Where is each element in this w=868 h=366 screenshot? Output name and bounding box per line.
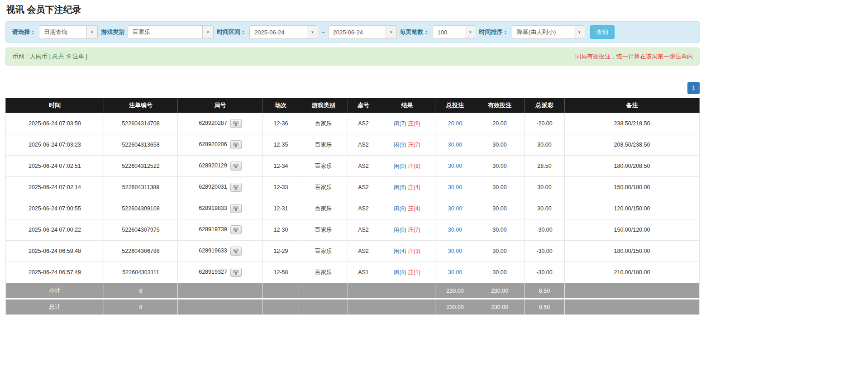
total-bet-link[interactable]: 30.00	[448, 205, 462, 212]
view-round-cards-button[interactable]	[230, 140, 242, 149]
total-bet-link[interactable]: 30.00	[448, 269, 462, 276]
sort-order-value: 降冪(由大到小)	[512, 28, 574, 36]
banker-result: 庄(4)	[408, 205, 420, 212]
chevron-down-icon[interactable]: ▼	[574, 26, 585, 38]
time-cell: 2025-06-24 07:00:22	[6, 219, 104, 241]
date-to-picker[interactable]: 2025-06-24 ▼	[328, 25, 397, 39]
bet-id-cell: 522604314708	[104, 113, 178, 134]
game-type-cell: 百家乐	[299, 219, 348, 241]
subtotal-valid-bet: 230.00	[475, 283, 525, 299]
table-no-cell: AS2	[348, 177, 379, 198]
session-cell: 12-58	[263, 262, 299, 283]
round-id-cell: 628919633	[178, 241, 263, 262]
total-bet-link[interactable]: 30.00	[448, 227, 462, 233]
chevron-down-icon[interactable]: ▼	[202, 26, 213, 38]
empty-cell	[178, 283, 263, 299]
total-bet-link[interactable]: 30.00	[448, 163, 462, 169]
game-type-cell: 百家乐	[299, 113, 348, 134]
page-container: 视讯 会员下注纪录 请选择： 日期查询 ▼ 游戏类别 百家乐 ▼ 时间区间： 2…	[0, 0, 700, 324]
col-header-table-no: 桌号	[348, 98, 379, 113]
cards-icon	[233, 142, 239, 147]
player-result: 闲(6)	[394, 184, 406, 190]
view-round-cards-button[interactable]	[230, 225, 242, 234]
table-header-row: 时间 注单编号 局号 场次 游戏类别 桌号 结果 总投注 有效投注 总派彩 备注	[6, 98, 700, 113]
player-result: 闲(7)	[394, 120, 406, 127]
total-bet-link[interactable]: 30.00	[448, 142, 462, 148]
cards-icon	[233, 248, 239, 254]
table-row: 2025-06-24 07:00:55522604309108628919833…	[6, 198, 700, 219]
result-cell: 闲(0) 庄(8)	[379, 156, 435, 177]
view-round-cards-button[interactable]	[230, 247, 242, 256]
total-bet-link[interactable]: 30.00	[448, 248, 462, 254]
time-cell: 2025-06-24 06:59:48	[6, 241, 104, 262]
result-cell: 闲(7) 庄(6)	[379, 113, 435, 134]
subtotal-count: 8	[104, 283, 178, 299]
chevron-down-icon[interactable]: ▼	[307, 26, 318, 38]
table-row: 2025-06-24 06:57:49522604303111628919327…	[6, 262, 700, 283]
total-bet-cell: 30.00	[435, 156, 475, 177]
game-type-dropdown[interactable]: 百家乐 ▼	[128, 25, 214, 39]
empty-cell	[348, 299, 379, 315]
banker-result: 庄(7)	[408, 227, 420, 233]
empty-cell	[263, 299, 299, 315]
valid-bet-cell: 20.00	[475, 113, 525, 134]
chevron-down-icon[interactable]: ▼	[465, 26, 476, 38]
player-result: 闲(8)	[394, 269, 406, 276]
session-cell: 12-29	[263, 241, 299, 262]
banker-result: 庄(4)	[408, 184, 420, 190]
view-round-cards-button[interactable]	[230, 162, 242, 171]
round-id-text: 628919739	[199, 226, 227, 233]
total-bet-cell: 20.00	[435, 113, 475, 134]
date-from-value: 2025-06-24	[250, 29, 307, 36]
game-type-value: 百家乐	[128, 28, 202, 36]
time-cell: 2025-06-24 07:03:23	[6, 134, 104, 156]
cards-icon	[233, 206, 239, 211]
table-no-cell: AS2	[348, 198, 379, 219]
sort-order-label: 时间排序：	[479, 28, 509, 36]
chevron-down-icon[interactable]: ▼	[386, 26, 396, 38]
total-bet-link[interactable]: 30.00	[448, 184, 462, 190]
bet-id-cell: 522604303111	[104, 262, 178, 283]
view-round-cards-button[interactable]	[230, 268, 242, 277]
sort-order-dropdown[interactable]: 降冪(由大到小) ▼	[512, 25, 585, 39]
subtotal-total-bet: 230.00	[435, 283, 475, 299]
subtotal-payout: 8.50	[525, 283, 565, 299]
payout-cell: -30.00	[525, 219, 565, 241]
banker-result: 庄(6)	[408, 120, 420, 127]
col-header-time: 时间	[6, 98, 104, 113]
table-row: 2025-06-24 07:00:22522604307975628919739…	[6, 219, 700, 241]
grand-total-count: 8	[104, 299, 178, 315]
round-id-cell: 628920287	[178, 113, 263, 134]
empty-cell	[263, 283, 299, 299]
page-number-button[interactable]: 1	[687, 82, 700, 94]
round-id-text: 628920129	[199, 162, 227, 169]
payout-cell: 28.50	[525, 156, 565, 177]
per-page-dropdown[interactable]: 100 ▼	[433, 25, 476, 39]
empty-cell	[565, 283, 700, 299]
date-from-picker[interactable]: 2025-06-24 ▼	[249, 25, 318, 39]
total-bet-link[interactable]: 20.00	[448, 120, 462, 127]
col-header-session: 场次	[263, 98, 299, 113]
result-cell: 闲(4) 庄(3)	[379, 241, 435, 262]
view-round-cards-button[interactable]	[230, 204, 242, 213]
chevron-down-icon[interactable]: ▼	[86, 26, 97, 38]
payout-cell: -30.00	[525, 262, 565, 283]
view-round-cards-button[interactable]	[230, 119, 242, 128]
grand-total-payout: 8.50	[525, 299, 565, 315]
time-cell: 2025-06-24 07:03:50	[6, 113, 104, 134]
empty-cell	[379, 283, 435, 299]
currency-total-text: 币別：人民币 | 总共 :8 注单 |	[12, 52, 87, 61]
result-cell: 闲(9) 庄(7)	[379, 134, 435, 156]
round-id-cell: 628919739	[178, 219, 263, 241]
player-result: 闲(8)	[394, 205, 406, 212]
empty-cell	[178, 299, 263, 315]
select-type-dropdown[interactable]: 日期查询 ▼	[39, 25, 98, 39]
view-round-cards-button[interactable]	[230, 183, 242, 192]
bet-id-cell: 522604312522	[104, 156, 178, 177]
time-cell: 2025-06-24 07:02:51	[6, 156, 104, 177]
search-button[interactable]: 查询	[590, 25, 615, 39]
valid-bet-cell: 30.00	[475, 262, 525, 283]
session-cell: 12-35	[263, 134, 299, 156]
time-cell: 2025-06-24 07:02:14	[6, 177, 104, 198]
session-cell: 12-36	[263, 113, 299, 134]
